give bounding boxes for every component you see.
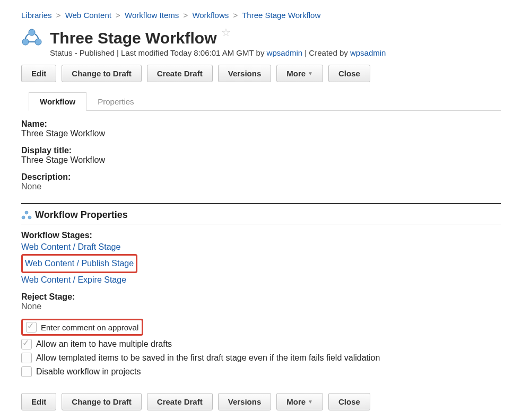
tab-workflow[interactable]: Workflow [29, 92, 86, 111]
create-draft-button[interactable]: Create Draft [147, 393, 213, 410]
toolbar-top: Edit Change to Draft Create Draft Versio… [21, 65, 501, 82]
stage-publish-link[interactable]: Web Content / Publish Stage [25, 259, 134, 268]
edit-button[interactable]: Edit [21, 393, 56, 410]
display-title-value: Three Stage Workflow [21, 155, 501, 165]
tab-properties[interactable]: Properties [86, 92, 145, 111]
checkbox-multiple-drafts-label: Allow an item to have multiple drafts [36, 339, 172, 349]
more-button[interactable]: More▼ [276, 65, 323, 82]
svg-point-4 [28, 216, 31, 219]
chevron-down-icon: ▼ [308, 399, 313, 405]
highlight-comment-on-approval: Enter comment on approval [21, 319, 143, 336]
change-to-draft-button[interactable]: Change to Draft [62, 65, 142, 82]
modifier-link[interactable]: wpsadmin [267, 48, 303, 57]
create-draft-button[interactable]: Create Draft [147, 65, 213, 82]
workflow-stages: Workflow Stages: Web Content / Draft Sta… [21, 231, 501, 285]
breadcrumb-sep: > [116, 11, 120, 20]
versions-button[interactable]: Versions [218, 393, 272, 410]
checkbox-comment-on-approval[interactable] [26, 322, 37, 332]
chevron-down-icon: ▼ [308, 71, 313, 76]
svg-point-3 [22, 216, 25, 219]
checkbox-multiple-drafts[interactable] [21, 339, 32, 349]
workflow-icon [21, 28, 42, 46]
description-value: None [21, 182, 501, 191]
description-label: Description: [21, 172, 501, 182]
breadcrumb-current: Three Stage Workflow [242, 11, 320, 20]
close-button[interactable]: Close [328, 393, 370, 410]
breadcrumb: Libraries > Web Content > Workflow Items… [21, 11, 501, 20]
reject-stage-label: Reject Stage: [21, 292, 501, 302]
edit-button[interactable]: Edit [21, 65, 56, 82]
stage-expire-link[interactable]: Web Content / Expire Stage [21, 275, 501, 285]
svg-point-0 [22, 39, 29, 45]
reject-stage-value: None [21, 302, 501, 311]
more-button[interactable]: More▼ [276, 393, 323, 410]
workflow-icon [21, 211, 32, 220]
checkbox-templated-items-label: Allow templated items to be saved in the… [36, 353, 380, 363]
creator-link[interactable]: wpsadmin [350, 48, 386, 57]
breadcrumb-sep: > [183, 11, 188, 20]
display-title-label: Display title: [21, 146, 501, 155]
breadcrumb-workflows[interactable]: Workflows [192, 11, 229, 20]
field-description: Description: None [21, 172, 501, 191]
breadcrumb-workflowitems[interactable]: Workflow Items [125, 11, 179, 20]
field-name: Name: Three Stage Workflow [21, 119, 501, 138]
breadcrumb-webcontent[interactable]: Web Content [65, 11, 111, 20]
svg-point-2 [29, 29, 35, 36]
workflow-stages-label: Workflow Stages: [21, 231, 501, 240]
breadcrumb-libraries[interactable]: Libraries [21, 11, 52, 20]
checkbox-comment-label: Enter comment on approval [41, 323, 138, 332]
breadcrumb-sep: > [56, 11, 61, 20]
toolbar-bottom: Edit Change to Draft Create Draft Versio… [21, 393, 501, 410]
svg-point-1 [35, 39, 41, 45]
stage-draft-link[interactable]: Web Content / Draft Stage [21, 242, 501, 252]
status-line: Status - Published | Last modified Today… [50, 48, 386, 57]
page-title: Three Stage Workflow [50, 29, 217, 47]
field-display-title: Display title: Three Stage Workflow [21, 146, 501, 165]
tabs: Workflow Properties [29, 92, 501, 111]
checkbox-templated-items[interactable] [21, 353, 32, 363]
workflow-properties-heading: Workflow Properties [21, 209, 501, 224]
favorite-star-icon[interactable]: ☆ [221, 27, 231, 38]
divider [21, 203, 501, 204]
page-header: Three Stage Workflow ☆ Status - Publishe… [21, 26, 501, 57]
versions-button[interactable]: Versions [218, 65, 272, 82]
reject-stage: Reject Stage: None [21, 292, 501, 311]
breadcrumb-sep: > [233, 11, 238, 20]
checkbox-disable-workflow[interactable] [21, 366, 32, 377]
svg-point-5 [25, 211, 28, 214]
name-label: Name: [21, 119, 501, 129]
change-to-draft-button[interactable]: Change to Draft [62, 393, 142, 410]
close-button[interactable]: Close [328, 65, 370, 82]
name-value: Three Stage Workflow [21, 129, 501, 138]
checkbox-disable-workflow-label: Disable workflow in projects [36, 367, 141, 377]
